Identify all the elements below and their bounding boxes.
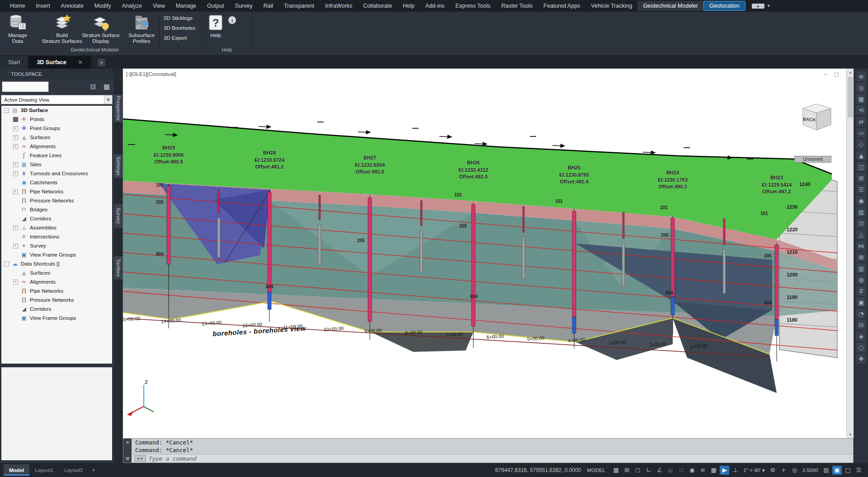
palette-tab-settings[interactable]: Settings <box>114 154 123 179</box>
new-tab-button[interactable]: + <box>98 59 105 66</box>
expand-icon[interactable]: + <box>13 189 18 194</box>
menu-item-collaborate[interactable]: Collaborate <box>358 1 397 11</box>
toolbar-icon-24[interactable]: ○ <box>856 342 866 352</box>
sticklogs-2d-button[interactable]: 2D Sticklogs <box>162 14 197 22</box>
scroll-down-icon[interactable]: ▼ <box>847 431 854 438</box>
tree-item-intersections[interactable]: ✛Intersections <box>1 232 112 241</box>
item-view-toggle-icon[interactable]: ⊟ <box>89 83 98 91</box>
menu-item-annotate[interactable]: Annotate <box>56 1 89 11</box>
toolbar-icon-10[interactable]: ☰ <box>856 184 866 194</box>
z-scale-value[interactable]: 3.5000 <box>802 468 818 473</box>
file-tab-3d-surface[interactable]: 3D Surface✕ <box>28 56 91 69</box>
snap-mode-icon[interactable]: ⊞ <box>622 466 632 475</box>
expand-icon[interactable]: + <box>13 280 18 285</box>
tree-item-surfaces[interactable]: +▲Surfaces <box>1 133 112 142</box>
menu-item-insert[interactable]: Insert <box>30 1 55 11</box>
subsurface-profiles-button[interactable]: Subsurface Profiles <box>125 14 158 44</box>
tree-item-pipe-networks[interactable]: ∏Pipe Networks <box>1 286 112 295</box>
polar-tracking-icon[interactable]: ∠ <box>655 466 664 475</box>
command-input-row[interactable]: ▸▾ Type a command <box>132 454 853 463</box>
menu-item-vehicle-tracking[interactable]: Vehicle Tracking <box>585 1 637 11</box>
tree-item-survey[interactable]: +⌖Survey <box>1 241 112 250</box>
toolbar-icon-3[interactable]: ⟲ <box>856 105 866 115</box>
customization-menu-icon[interactable]: ☰ <box>854 466 863 475</box>
model-space-button[interactable]: MODEL <box>587 468 605 473</box>
tree-item-pipe-networks[interactable]: +∏Pipe Networks <box>1 187 112 196</box>
collapse-icon[interactable]: − <box>4 108 9 113</box>
osnap-tracking-icon[interactable]: ∷ <box>676 466 686 475</box>
toolbar-icon-16[interactable]: ⊠ <box>856 252 866 262</box>
expand-icon[interactable]: + <box>13 225 18 230</box>
add-layout-button[interactable]: + <box>88 467 99 473</box>
active-drawing-view-select[interactable]: Active Drawing View ▼ <box>1 95 113 104</box>
palette-tab-toolbox[interactable]: Toolbox <box>114 256 123 280</box>
tree-item-alignments[interactable]: +≈Alignments <box>1 277 112 286</box>
menu-item-infraworks[interactable]: InfraWorks <box>320 1 358 11</box>
toolbar-icon-19[interactable]: ⇵ <box>856 286 866 296</box>
palette-tab-prospector[interactable]: Prospector <box>114 94 123 123</box>
tree-item-alignments[interactable]: +≈Alignments <box>1 142 112 151</box>
tree-item-points[interactable]: ✛Points <box>1 115 112 124</box>
menu-item-raster-tools[interactable]: Raster Tools <box>496 1 538 11</box>
manage-data-button[interactable]: Manage Data <box>4 14 32 44</box>
toolbar-icon-12[interactable]: ▧ <box>856 207 866 217</box>
menu-item-home[interactable]: Home <box>5 1 30 11</box>
toolspace-header[interactable]: TOOLSPACE <box>0 69 114 80</box>
menu-item-transparent[interactable]: Transparent <box>278 1 320 11</box>
scroll-up-icon[interactable]: ▲ <box>847 69 854 76</box>
tree-item-corridors[interactable]: ◢Corridors <box>1 214 112 223</box>
clean-screen-icon[interactable]: □ <box>843 466 853 475</box>
menu-item-view[interactable]: View <box>147 1 170 11</box>
toolbar-icon-8[interactable]: ◫ <box>856 162 866 172</box>
transparency-icon[interactable]: ▩ <box>709 466 718 475</box>
command-prompt-icon[interactable]: ▸▾ <box>134 455 146 462</box>
toolbar-icon-22[interactable]: ⊟ <box>856 320 866 330</box>
menu-item-featured-apps[interactable]: Featured Apps <box>538 1 585 11</box>
quick-properties-icon[interactable]: ▤ <box>821 466 831 475</box>
stratum-surface-display-button[interactable]: Stratum Surface Display <box>76 14 126 44</box>
isolate-objects-icon[interactable]: ◎ <box>790 466 799 475</box>
toolbar-icon-2[interactable]: ▦ <box>856 94 866 104</box>
menu-item-survey[interactable]: Survey <box>230 1 258 11</box>
tree-item-view-frame-groups[interactable]: ▣View Frame Groups <box>1 250 112 259</box>
toolbar-icon-15[interactable]: ⋈ <box>856 241 866 251</box>
collapse-icon[interactable]: − <box>4 262 9 267</box>
menu-item-help[interactable]: Help <box>397 1 420 11</box>
menu-item-add-ins[interactable]: Add-ins <box>420 1 450 11</box>
viewcube[interactable]: BACK <box>799 100 835 133</box>
help-button[interactable]: ? Help <box>204 14 227 38</box>
toolbar-icon-13[interactable]: ⊡ <box>856 218 866 228</box>
command-input[interactable]: Type a command <box>149 455 196 462</box>
borehole-3d-scene[interactable] <box>123 69 854 438</box>
expand-icon[interactable]: + <box>13 126 18 131</box>
workspace-switching-icon[interactable]: ⚙ <box>768 466 778 475</box>
palette-tab-survey[interactable]: Survey <box>114 203 123 229</box>
collapse-icon[interactable] <box>13 117 18 122</box>
annotation-scale-button[interactable]: 1" = 40' ▾ <box>743 467 765 473</box>
expand-icon[interactable]: + <box>13 171 18 176</box>
info-icon[interactable]: i <box>228 16 236 24</box>
expand-icon[interactable]: + <box>13 162 18 167</box>
file-tab-start[interactable]: Start <box>0 56 28 69</box>
tree-item-bridges[interactable]: ⊓Bridges <box>1 205 112 214</box>
boreholes-3d-button[interactable]: 3D Boreholes <box>162 24 197 32</box>
menu-item-output[interactable]: Output <box>202 1 230 11</box>
toolbar-icon-17[interactable]: ▥ <box>856 263 866 273</box>
tree-item-catchments[interactable]: ◉Catchments <box>1 178 112 187</box>
close-icon[interactable]: ✕ <box>78 59 83 65</box>
tree-item-3d-surface[interactable]: −▤3D Surface <box>1 106 112 115</box>
toolbar-icon-1[interactable]: ◎ <box>856 83 866 93</box>
menu-item-geolocation[interactable]: Geolocation <box>703 1 745 11</box>
toolbar-icon-11[interactable]: ◉ <box>856 196 866 206</box>
chevron-down-icon[interactable]: ▼ <box>104 95 112 104</box>
menu-item-analyze[interactable]: Analyze <box>116 1 147 11</box>
tree-item-turnouts-and-crossovers[interactable]: +⋔Turnouts and Crossovers <box>1 169 112 178</box>
tree-item-feature-lines[interactable]: ʃFeature Lines <box>1 151 112 160</box>
toolspace-search-input[interactable] <box>2 81 49 92</box>
toolbar-icon-5[interactable]: ▭ <box>856 128 866 138</box>
toolbar-icon-21[interactable]: ◔ <box>856 309 866 318</box>
palette-grip-handle[interactable]: ⋮⋮ <box>3 70 10 75</box>
toolbar-icon-7[interactable]: ▲ <box>856 150 866 160</box>
isometric-drafting-icon[interactable]: ◇ <box>665 466 675 475</box>
chevron-down-icon[interactable]: ▼ <box>767 4 771 8</box>
